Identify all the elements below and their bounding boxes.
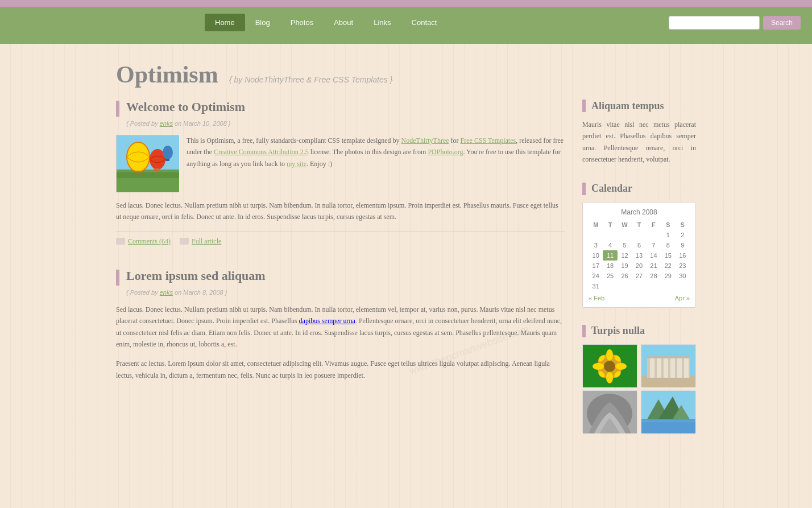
cal-row-6: 31 xyxy=(589,281,690,291)
link-pdphoto[interactable]: PDPhoto.org xyxy=(428,148,463,156)
post-2-title-bar: Lorem ipsum sed aliquam xyxy=(116,269,565,286)
site-subtitle: { by NodeThirtyThree & Free CSS Template… xyxy=(229,75,392,84)
post-1-author[interactable]: enks xyxy=(160,120,173,127)
link-mysite[interactable]: my site xyxy=(287,160,306,168)
sidebar-photos-accent xyxy=(582,325,586,337)
post-2-title: Lorem ipsum sed aliquam xyxy=(126,269,266,283)
post-1-image xyxy=(116,135,179,192)
post-1-text: This is Optimism, a free, fully standard… xyxy=(187,135,565,192)
svg-point-20 xyxy=(593,363,604,370)
photo-rock[interactable] xyxy=(582,390,637,433)
svg-rect-33 xyxy=(670,358,675,378)
main-content: Welcome to Optimism { Posted by enks on … xyxy=(116,100,565,450)
photos-grid xyxy=(582,344,696,433)
svg-rect-30 xyxy=(650,358,654,378)
sidebar-aliquam-text: Mauris vitae nisl nec metus placerat per… xyxy=(582,119,696,166)
cal-header-s2: S xyxy=(676,220,690,230)
svg-rect-29 xyxy=(647,355,690,358)
nav-photos[interactable]: Photos xyxy=(280,14,324,31)
calendar-nav: « Feb Apr » xyxy=(589,295,690,302)
post-1-comments: Comments (64) xyxy=(116,237,171,246)
search-input[interactable] xyxy=(669,16,760,30)
post-2-accent xyxy=(116,270,119,286)
cal-row-2: 3 4 5 6 7 8 9 xyxy=(589,240,690,250)
post-1-with-image: This is Optimism, a free, fully standard… xyxy=(116,135,565,192)
svg-rect-34 xyxy=(677,358,682,378)
cal-header-s1: S xyxy=(661,220,675,230)
sidebar-aliquam-accent xyxy=(582,100,586,112)
search-button[interactable]: Search xyxy=(763,16,801,30)
post-1-title: Welcome to Optimism xyxy=(126,100,245,114)
nav-home[interactable]: Home xyxy=(205,14,245,31)
top-purple-bar xyxy=(0,0,812,7)
article-icon xyxy=(180,238,189,245)
sidebar-aliquam: Aliquam tempus Mauris vitae nisl nec met… xyxy=(582,100,696,166)
post-1-footer: Comments (64) Full article xyxy=(116,231,565,246)
post-1-body: Sed lacus. Donec lectus. Nullam pretium … xyxy=(116,200,565,223)
sidebar-photos-title: Turpis nulla xyxy=(591,325,645,337)
sidebar-calendar: Calendar March 2008 M T W T F S xyxy=(582,183,696,308)
svg-rect-32 xyxy=(664,358,668,378)
cal-header-m: M xyxy=(589,220,603,230)
nav-links: Home Blog Photos About Links Contact xyxy=(205,14,447,31)
nav-links-item[interactable]: Links xyxy=(363,14,401,31)
calendar-next[interactable]: Apr » xyxy=(675,295,690,302)
sidebar: Aliquam tempus Mauris vitae nisl nec met… xyxy=(582,100,696,450)
cal-row-5: 24 25 26 27 28 29 30 xyxy=(589,271,690,281)
nav-contact[interactable]: Contact xyxy=(401,14,448,31)
svg-point-12 xyxy=(163,146,173,159)
post-2: Lorem ipsum sed aliquam { Posted by enks… xyxy=(116,269,565,381)
cal-header-f: F xyxy=(647,220,661,230)
svg-point-21 xyxy=(615,363,627,370)
sidebar-photos-title-bar: Turpis nulla xyxy=(582,325,696,337)
nav-bar: Home Blog Photos About Links Contact Sea… xyxy=(0,7,812,38)
site-title: Optimism xyxy=(116,61,218,88)
svg-point-18 xyxy=(606,349,613,361)
svg-rect-43 xyxy=(641,420,695,422)
bottom-green-bar xyxy=(0,38,812,44)
link-nodethirtythree[interactable]: NodeThirtyThree xyxy=(401,137,449,144)
svg-rect-14 xyxy=(117,172,179,178)
post-2-meta: { Posted by enks on March 8, 2008 } xyxy=(126,289,565,296)
sidebar-calendar-title: Calendar xyxy=(591,183,632,195)
svg-point-17 xyxy=(604,361,615,372)
post-1-meta: { Posted by enks on March 10, 2008 } xyxy=(126,120,565,127)
post-1-title-bar: Welcome to Optimism xyxy=(116,100,565,117)
content-layout: Welcome to Optimism { Posted by enks on … xyxy=(116,100,696,473)
calendar-month-label: March 2008 xyxy=(589,208,690,220)
sidebar-aliquam-title: Aliquam tempus xyxy=(591,100,664,112)
post-2-link[interactable]: dapibus semper urna xyxy=(299,317,355,325)
sidebar-calendar-accent xyxy=(582,183,586,195)
svg-rect-35 xyxy=(684,358,689,378)
link-creative-commons[interactable]: Creative Commons Attribution 2.5 xyxy=(214,148,309,156)
calendar-container: March 2008 M T W T F S S xyxy=(582,202,696,308)
cal-header-w: W xyxy=(618,220,632,230)
svg-rect-31 xyxy=(657,358,661,378)
page-wrapper: Optimism { by NodeThirtyThree & Free CSS… xyxy=(105,44,707,473)
nav-blog[interactable]: Blog xyxy=(245,14,280,31)
full-article-link[interactable]: Full article xyxy=(192,237,221,246)
photo-sunflower[interactable] xyxy=(582,344,637,387)
post-2-author[interactable]: enks xyxy=(160,289,173,296)
cal-row-4: 17 18 19 20 21 22 23 xyxy=(589,261,690,271)
sidebar-calendar-title-bar: Calendar xyxy=(582,183,696,195)
post-1-full-article: Full article xyxy=(180,237,221,246)
svg-point-19 xyxy=(606,372,613,383)
post-1-accent xyxy=(116,101,119,117)
sidebar-aliquam-title-bar: Aliquam tempus xyxy=(582,100,696,112)
sidebar-photos: Turpis nulla xyxy=(582,325,696,433)
cal-header-t2: T xyxy=(632,220,646,230)
calendar-table: M T W T F S S xyxy=(589,220,690,291)
post-2-body2: Praesent ac lectus. Lorem ipsum dolor si… xyxy=(116,358,565,381)
post-1: Welcome to Optimism { Posted by enks on … xyxy=(116,100,565,246)
photo-lake[interactable] xyxy=(641,390,696,433)
nav-about[interactable]: About xyxy=(324,14,363,31)
photo-columns[interactable] xyxy=(641,344,696,387)
link-free-css[interactable]: Free CSS Templates xyxy=(461,137,516,144)
comments-link[interactable]: Comments (64) xyxy=(128,237,171,246)
post-2-body1: Sed lacus. Donec lectus. Nullam pretium … xyxy=(116,304,565,350)
cal-row-1: 1 2 xyxy=(589,230,690,240)
calendar-prev[interactable]: « Feb xyxy=(589,295,604,302)
svg-rect-13 xyxy=(165,159,169,161)
cal-header-t1: T xyxy=(603,220,617,230)
